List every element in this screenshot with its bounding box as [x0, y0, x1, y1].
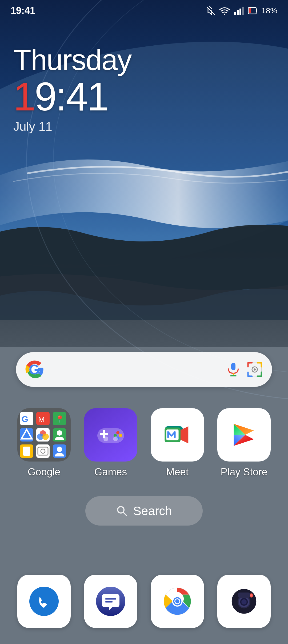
clock-day: Thursday: [13, 43, 131, 77]
svg-line-51: [123, 512, 127, 516]
svg-point-69: [250, 594, 253, 597]
status-bar: 19:41 18%: [0, 0, 288, 21]
google-folder-icon[interactable]: G M 📍: [17, 408, 71, 462]
app-item-meet[interactable]: Meet: [151, 408, 204, 478]
svg-point-31: [57, 430, 62, 436]
svg-rect-9: [237, 10, 239, 15]
lens-icon[interactable]: [247, 361, 263, 377]
battery-percentage: 18%: [261, 6, 277, 15]
svg-point-44: [113, 436, 118, 441]
app-item-games[interactable]: Games: [84, 408, 137, 478]
wifi-icon: [219, 6, 230, 15]
search-icon: [116, 505, 128, 517]
svg-point-61: [175, 599, 179, 603]
signal-icon: [234, 6, 244, 15]
dock-item-camera[interactable]: [217, 575, 271, 628]
play-store-svg: [229, 420, 259, 450]
google-logo: G: [25, 360, 44, 379]
meet-svg: [163, 420, 192, 450]
svg-marker-27: [21, 430, 32, 439]
svg-point-34: [41, 449, 45, 453]
clock-area: Thursday 19:41 July 11: [13, 43, 131, 134]
svg-rect-32: [23, 447, 30, 456]
svg-rect-14: [249, 8, 251, 13]
svg-point-52: [29, 587, 59, 616]
play-store-icon[interactable]: [217, 408, 271, 462]
app-grid: G M 📍 Google: [0, 408, 288, 478]
svg-point-7: [224, 14, 225, 15]
svg-text:M: M: [38, 415, 45, 424]
app-item-play-store[interactable]: Play Store: [217, 408, 271, 478]
svg-rect-13: [256, 9, 257, 12]
svg-point-35: [57, 447, 62, 452]
dock: [0, 575, 288, 628]
clock-date: July 11: [13, 119, 131, 134]
svg-text:📍: 📍: [55, 415, 65, 424]
app-label-play-store: Play Store: [221, 466, 267, 478]
svg-point-23: [254, 368, 256, 371]
app-label-meet: Meet: [166, 466, 189, 478]
app-item-google[interactable]: G M 📍 Google: [17, 408, 71, 478]
camera-icon: [229, 587, 259, 616]
search-button-label: Search: [133, 504, 172, 518]
clock-time: 19:41: [13, 77, 131, 117]
battery-icon: [248, 6, 258, 15]
google-search-bar[interactable]: G: [16, 352, 272, 387]
games-icon[interactable]: [84, 408, 137, 462]
svg-rect-3: [0, 320, 288, 347]
meet-icon[interactable]: [151, 408, 204, 462]
phone-icon: [29, 587, 59, 616]
svg-point-39: [116, 431, 119, 434]
status-icons: 18%: [206, 6, 277, 15]
svg-point-67: [241, 599, 247, 605]
status-time: 19:41: [11, 5, 35, 16]
gamepad-svg: [95, 419, 127, 451]
search-button[interactable]: Search: [85, 496, 203, 526]
svg-rect-33: [38, 447, 48, 455]
svg-rect-70: [238, 593, 250, 598]
dock-item-chrome[interactable]: [151, 575, 204, 628]
mute-icon: [206, 6, 215, 15]
clock-time-rest: 9:41: [34, 74, 108, 119]
clock-time-red: 1: [13, 74, 34, 119]
microphone-icon[interactable]: [225, 361, 241, 377]
messages-icon: [96, 587, 125, 616]
chrome-icon: [163, 587, 192, 616]
svg-text:G: G: [22, 414, 28, 424]
svg-rect-17: [35, 369, 40, 371]
svg-rect-8: [234, 12, 236, 15]
svg-rect-18: [231, 363, 235, 370]
app-label-google: Google: [28, 466, 61, 478]
app-label-games: Games: [94, 466, 127, 478]
svg-rect-11: [242, 7, 244, 15]
svg-point-30: [42, 434, 49, 440]
svg-point-40: [119, 434, 122, 437]
svg-rect-10: [239, 9, 241, 15]
svg-point-43: [103, 436, 108, 441]
dock-item-phone[interactable]: [17, 575, 71, 628]
dock-item-messages[interactable]: [84, 575, 137, 628]
